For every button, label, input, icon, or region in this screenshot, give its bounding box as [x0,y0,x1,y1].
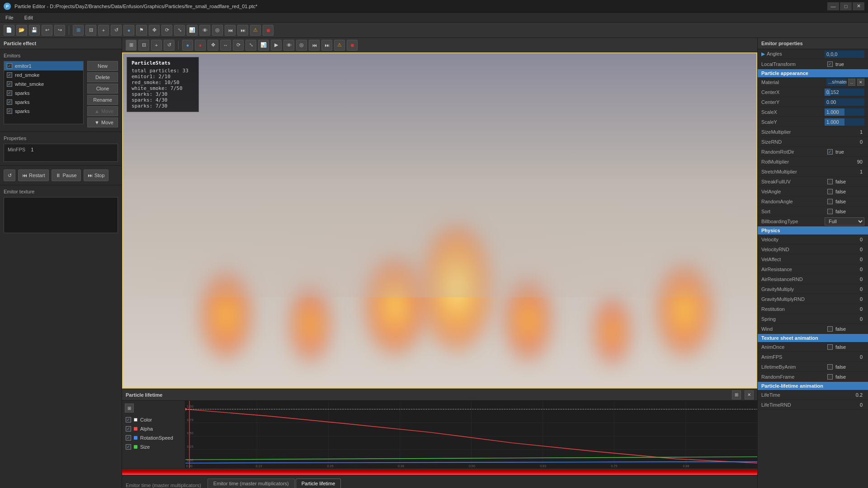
restart-button[interactable]: ⏮ Restart [18,169,49,181]
tab-particle-lifetime[interactable]: Particle lifetime [296,479,341,488]
emitor-checkbox-sparks-2[interactable]: ✓ [7,99,12,105]
channel-color[interactable]: ✓ Color [122,415,185,424]
local-transform-checkbox[interactable]: ✓ [827,61,833,67]
emitor-checkbox-white-smoke[interactable]: ✓ [7,81,12,87]
emitor-item-emitor1[interactable]: ✓ emitor1 [4,61,83,70]
centery-value[interactable]: 0.00 [825,99,864,106]
sort-checkbox[interactable] [827,209,833,214]
toolbar-save-button[interactable]: 💾 [29,25,40,36]
anim-once-checkbox[interactable] [827,344,833,350]
toolbar-open-button[interactable]: 📂 [16,25,27,36]
air-resistance-value[interactable]: 0 [825,267,864,272]
billboarding-type-dropdown[interactable]: Full Horizontal Vertical [825,217,864,225]
particle-appearance-header[interactable]: Particle appearance [758,69,868,77]
toolbar-grid2-button[interactable]: ⊟ [85,25,96,36]
restitution-value[interactable]: 0 [825,306,864,312]
rot-multiplier-value[interactable]: 90 [825,159,864,164]
texture-sheet-animation-header[interactable]: Texture sheet animation [758,334,868,342]
channel-size[interactable]: ✓ Size [122,442,185,451]
toolbar-move-button[interactable]: ✥ [149,25,160,36]
stop-button[interactable]: ⏭ Stop [84,169,109,181]
angles-value[interactable]: 0,0,0 [825,51,864,58]
vp-rotate-button[interactable]: ⟳ [233,40,244,51]
vp-eye-button[interactable]: 👁 [283,40,294,51]
random-rot-dir-checkbox[interactable]: ✓ [827,149,833,155]
scrollbar-thumb[interactable] [122,469,757,475]
toolbar-refresh-button[interactable]: ↺ [111,25,122,36]
toolbar-scale-button[interactable]: ⤡ [174,25,185,36]
vp-red-sphere-button[interactable]: ● [195,40,206,51]
material-browse-button[interactable]: ... [848,79,855,86]
velocity-rnd-value[interactable]: 0 [825,247,864,252]
emitor-checkbox-red-smoke[interactable]: ✓ [7,72,12,78]
spring-value[interactable]: 0 [825,316,864,322]
material-value[interactable]: ...s/materials/glow/glow1.em [826,79,846,86]
menu-edit[interactable]: Edit [23,14,35,21]
delete-emitor-button[interactable]: Delete [87,72,118,82]
toolbar-undo-button[interactable]: ↩ [42,25,52,36]
toolbar-redo-button[interactable]: ↪ [54,25,65,36]
material-clear-button[interactable]: ✕ [857,79,864,86]
emitor-item-sparks-2[interactable]: ✓ sparks [4,98,83,107]
toolbar-rotate-button[interactable]: ⟳ [161,25,172,36]
lifetime-rnd-value[interactable]: 0 [825,402,864,408]
random-frame-checkbox[interactable] [827,374,833,380]
emitor-checkbox-sparks-1[interactable]: ✓ [7,90,12,96]
toolbar-sphere-button[interactable]: ● [123,25,134,36]
toolbar-eye-button[interactable]: 👁 [199,25,210,36]
toolbar-record-button[interactable]: ⏺ [263,25,274,36]
anim-fps-value[interactable]: 0 [825,354,864,360]
size-multiplier-value[interactable]: 1 [825,129,864,135]
toolbar-add-button[interactable]: + [98,25,109,36]
streak-full-uv-checkbox[interactable] [827,179,833,184]
vp-add-button[interactable]: + [151,40,162,51]
toolbar-flag-button[interactable]: ⚑ [136,25,147,36]
stretch-multiplier-value[interactable]: 1 [825,169,864,174]
minimize-button[interactable]: — [827,2,839,10]
close-button[interactable]: ✕ [853,2,864,10]
channel-color-checkbox[interactable]: ✓ [126,417,131,422]
vp-grid2-button[interactable]: ⊟ [138,40,149,51]
vp-play-button[interactable]: ▶ [271,40,282,51]
channel-alpha[interactable]: ✓ Alpha [122,424,185,433]
emitor-item-white-smoke[interactable]: ✓ white_smoke [4,80,83,89]
particle-lifetime-animation-header[interactable]: Particle-lifetime animation [758,382,868,390]
viewport[interactable]: ParticleStats total particles: 33 emitor… [122,52,757,389]
gravity-multiply-rnd-value[interactable]: 0 [825,296,864,302]
air-resistance-rnd-value[interactable]: 0 [825,277,864,282]
graph-area[interactable]: 1.00 0.75 0.50 0.25 0.00 0.00 0.13 0.25 … [185,401,757,468]
vp-move-button[interactable]: ✥ [208,40,218,51]
toolbar-prev-button[interactable]: ⏮ [225,25,236,36]
pause-button[interactable]: ⏸ Pause [52,169,80,181]
emitor-item-red-smoke[interactable]: ✓ red_smoke [4,70,83,80]
centerx-value[interactable]: 0.152 [825,89,864,96]
vel-affect-value[interactable]: 0 [825,257,864,262]
channels-grid-button[interactable]: ⊞ [125,404,134,413]
toolbar-new-button[interactable]: 📄 [4,25,14,36]
scaley-value[interactable]: 1.000 [825,118,864,126]
vp-scale-button[interactable]: ⤡ [245,40,256,51]
graph-scrollbar[interactable] [122,468,757,475]
reset-icon[interactable]: ↺ [4,169,15,181]
clone-emitor-button[interactable]: Clone [87,84,118,94]
lifetime-value[interactable]: 0.2 [825,392,864,398]
move-up-button[interactable]: ▲ Move [87,106,118,116]
menu-file[interactable]: File [4,14,15,21]
vp-pan-button[interactable]: ↔ [220,40,231,51]
gravity-multiply-value[interactable]: 0 [825,286,864,292]
bottom-grid-button[interactable]: ⊞ [732,390,741,399]
vp-sphere-button[interactable]: ● [182,40,193,51]
channel-alpha-checkbox[interactable]: ✓ [126,426,131,432]
size-rnd-value[interactable]: 0 [825,139,864,145]
vp-prev-button[interactable]: ⏮ [309,40,320,51]
wind-checkbox[interactable] [827,326,833,332]
maximize-button[interactable]: □ [840,2,852,10]
velocity-value[interactable]: 0 [825,237,864,242]
emitor-checkbox-sparks-3[interactable]: ✓ [7,108,12,114]
move-down-button[interactable]: ▼ Move [87,117,118,127]
tab-emitor-time[interactable]: Emitor time (master multiplicators) [208,479,295,488]
scalex-value[interactable]: 1.000 [825,108,864,116]
vp-chart-button[interactable]: 📊 [258,40,269,51]
vp-orbit-button[interactable]: ◎ [296,40,307,51]
toolbar-chart-button[interactable]: 📊 [187,25,198,36]
